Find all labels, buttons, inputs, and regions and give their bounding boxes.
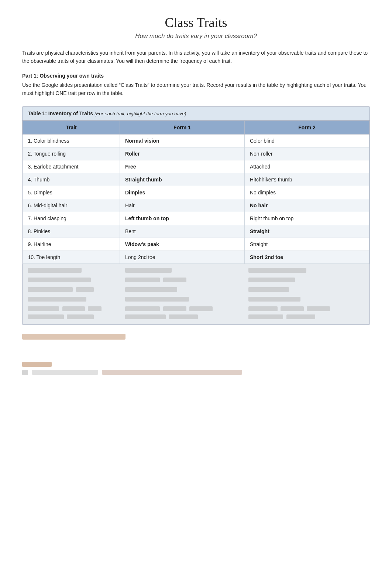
traits-table: Trait Form 1 Form 2 1. Color blindnessNo… [23,120,369,264]
trait-name: 9. Hairline [23,238,120,251]
traits-table-container: Table 1: Inventory of Traits (For each t… [22,106,370,325]
table-title-row: Table 1: Inventory of Traits (For each t… [23,107,369,120]
form1-value: Long 2nd toe [120,251,244,263]
form2-value: Hitchhiker's thumb [244,173,369,186]
trait-name: 2. Tongue rolling [23,147,120,160]
part1-section: Part 1: Observing your own traits Use th… [22,73,370,98]
trait-name: 6. Mid-digital hair [23,199,120,212]
form2-value: No dimples [244,186,369,199]
table-row: 3. Earlobe attachmentFreeAttached [23,160,369,173]
table-row: 7. Hand claspingLeft thumb on topRight t… [23,212,369,225]
header-form1: Form 1 [120,120,244,134]
header-form2: Form 2 [244,120,369,134]
form1-value: Straight thumb [120,173,244,186]
blurred-extra-rows [23,264,369,324]
form2-value: Straight [244,238,369,251]
table-row: 2. Tongue rollingRollerNon-roller [23,147,369,160]
form2-value: Short 2nd toe [244,251,369,263]
form1-value: Roller [120,147,244,160]
form1-value: Dimples [120,186,244,199]
table-row: 1. Color blindnessNormal visionColor bli… [23,134,369,147]
page-title: Class Traits [22,15,370,30]
form2-value: No hair [244,199,369,212]
table-subtitle: (For each trait, highlight the form you … [94,111,186,116]
trait-name: 5. Dimples [23,186,120,199]
intro-paragraph: Traits are physical characteristics you … [22,49,370,65]
table-row: 4. ThumbStraight thumbHitchhiker's thumb [23,173,369,186]
table-row: 10. Toe lengthLong 2nd toeShort 2nd toe [23,251,369,263]
table-title: Table 1: Inventory of Traits [28,110,93,116]
table-row: 6. Mid-digital hairHairNo hair [23,199,369,212]
trait-name: 1. Color blindness [23,134,120,147]
header-trait: Trait [23,120,120,134]
part1-heading: Part 1: Observing your own traits [22,73,370,79]
trait-name: 7. Hand clasping [23,212,120,225]
trait-name: 8. Pinkies [23,225,120,238]
form1-value: Hair [120,199,244,212]
form2-value: Attached [244,160,369,173]
form1-value: Bent [120,225,244,238]
form1-value: Left thumb on top [120,212,244,225]
form2-value: Non-roller [244,147,369,160]
form1-value: Normal vision [120,134,244,147]
blurred-bar-1 [22,334,125,340]
form2-value: Color blind [244,134,369,147]
table-row: 5. DimplesDimplesNo dimples [23,186,369,199]
trait-name: 10. Toe length [23,251,120,263]
form1-value: Widow's peak [120,238,244,251]
trait-name: 3. Earlobe attachment [23,160,120,173]
part1-text: Use the Google slides presentation calle… [22,81,370,98]
table-header-row: Trait Form 1 Form 2 [23,120,369,134]
page-subtitle: How much do traits vary in your classroo… [22,33,370,40]
table-row: 9. HairlineWidow's peakStraight [23,238,369,251]
form2-value: Straight [244,225,369,238]
trait-name: 4. Thumb [23,173,120,186]
form1-value: Free [120,160,244,173]
table-row: 8. PinkiesBentStraight [23,225,369,238]
form2-value: Right thumb on top [244,212,369,225]
footer-blurred-section [22,362,370,375]
